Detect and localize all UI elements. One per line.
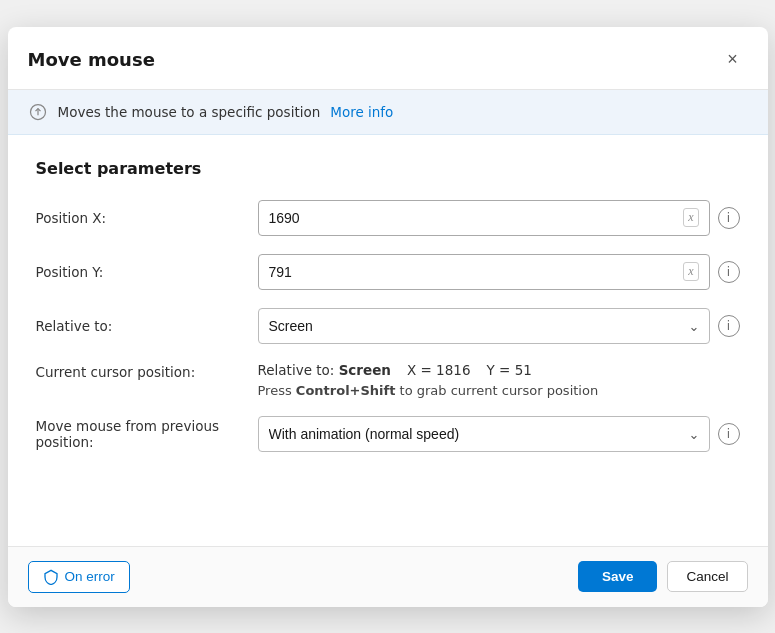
position-x-info-icon[interactable]: i — [718, 207, 740, 229]
cursor-position-row: Current cursor position: Relative to: Sc… — [36, 362, 740, 398]
cursor-relative-label: Relative to: Screen — [258, 362, 391, 378]
banner-description: Moves the mouse to a specific position — [58, 104, 321, 120]
relative-to-label: Relative to: — [36, 318, 246, 334]
relative-to-input-group: Screen Window Element ⌄ i — [258, 308, 740, 344]
move-from-info-icon[interactable]: i — [718, 423, 740, 445]
position-x-row: Position X: x i — [36, 200, 740, 236]
more-info-link[interactable]: More info — [330, 104, 393, 120]
position-x-input[interactable] — [269, 210, 684, 226]
cancel-button[interactable]: Cancel — [667, 561, 747, 592]
footer-left: On error — [28, 561, 130, 593]
cursor-position-line: Relative to: Screen X = 1816 Y = 51 — [258, 362, 740, 378]
position-y-input-group: x i — [258, 254, 740, 290]
relative-to-select[interactable]: Screen Window Element — [258, 308, 710, 344]
position-x-clear-icon[interactable]: x — [683, 208, 698, 227]
shield-icon — [43, 569, 59, 585]
cursor-y-value: Y = 51 — [486, 362, 531, 378]
position-x-input-box: x — [258, 200, 710, 236]
relative-to-select-wrapper: Screen Window Element ⌄ — [258, 308, 710, 344]
position-y-input-box: x — [258, 254, 710, 290]
cursor-info-block: Relative to: Screen X = 1816 Y = 51 Pres… — [258, 362, 740, 398]
move-mouse-dialog: Move mouse × Moves the mouse to a specif… — [8, 27, 768, 607]
move-from-label: Move mouse from previous position: — [36, 418, 246, 450]
dialog-header: Move mouse × — [8, 27, 768, 90]
relative-to-row: Relative to: Screen Window Element ⌄ i — [36, 308, 740, 344]
position-x-input-group: x i — [258, 200, 740, 236]
move-from-select[interactable]: With animation (normal speed) Without an… — [258, 416, 710, 452]
section-title: Select parameters — [36, 159, 740, 178]
cursor-x-value: X = 1816 — [407, 362, 471, 378]
position-y-label: Position Y: — [36, 264, 246, 280]
cursor-hint: Press Control+Shift to grab current curs… — [258, 383, 740, 398]
cursor-position-label: Current cursor position: — [36, 362, 246, 380]
close-button[interactable]: × — [718, 45, 748, 75]
position-y-clear-icon[interactable]: x — [683, 262, 698, 281]
move-from-row: Move mouse from previous position: With … — [36, 416, 740, 452]
position-x-label: Position X: — [36, 210, 246, 226]
save-button[interactable]: Save — [578, 561, 658, 592]
position-y-info-icon[interactable]: i — [718, 261, 740, 283]
on-error-button[interactable]: On error — [28, 561, 130, 593]
position-y-row: Position Y: x i — [36, 254, 740, 290]
dialog-footer: On error Save Cancel — [8, 546, 768, 607]
move-from-input-group: With animation (normal speed) Without an… — [258, 416, 740, 452]
footer-right: Save Cancel — [578, 561, 748, 592]
relative-to-info-icon[interactable]: i — [718, 315, 740, 337]
mouse-cursor-icon — [28, 102, 48, 122]
dialog-title: Move mouse — [28, 49, 155, 70]
position-y-input[interactable] — [269, 264, 684, 280]
info-banner: Moves the mouse to a specific position M… — [8, 90, 768, 135]
dialog-body: Select parameters Position X: x i Positi… — [8, 135, 768, 546]
move-from-select-wrapper: With animation (normal speed) Without an… — [258, 416, 710, 452]
